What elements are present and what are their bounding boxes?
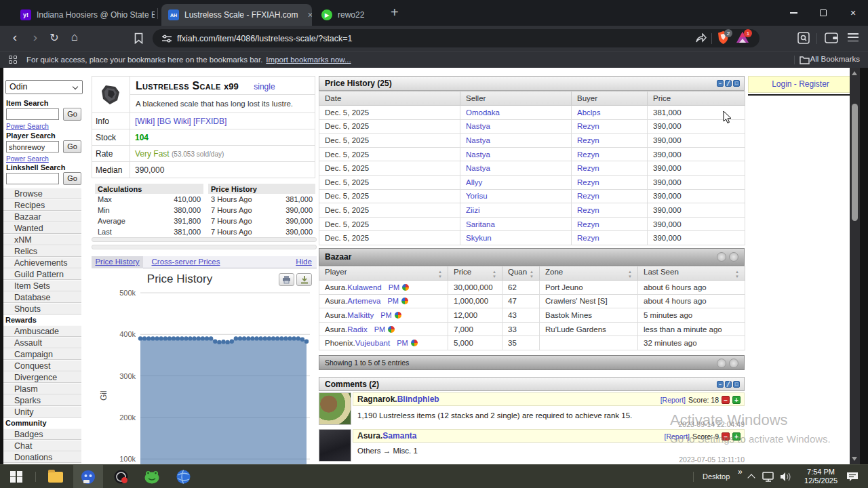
export-chart-button[interactable] — [296, 273, 312, 286]
ffxidb-link[interactable]: [FFXIDB] — [193, 117, 226, 126]
data-point[interactable] — [300, 338, 304, 342]
scroll-up-icon[interactable] — [852, 71, 857, 75]
seller-link[interactable]: Allyy — [466, 178, 482, 186]
network-icon[interactable] — [762, 472, 774, 482]
buyer-link[interactable]: Rezyn — [577, 122, 599, 130]
obs-icon[interactable] — [107, 465, 134, 488]
col-quan[interactable]: Quan▲▼ — [502, 266, 540, 281]
sidebar-item-achievements[interactable]: Achievements — [3, 257, 81, 268]
player-power-search-link[interactable]: Power Search — [6, 155, 49, 163]
wiki-link[interactable]: [Wiki] — [135, 117, 155, 126]
data-point[interactable] — [283, 336, 288, 340]
downvote-button[interactable]: – — [722, 396, 730, 404]
data-point[interactable] — [188, 336, 192, 340]
sidebar-item-plasm[interactable]: Plasm — [3, 383, 81, 394]
comment-author-link[interactable]: Blindphleb — [397, 394, 439, 404]
active-app-icon[interactable] — [73, 465, 103, 488]
address-bar[interactable]: ffxiah.com/item/4086/lustreless-scale/?s… — [153, 29, 760, 47]
data-point[interactable] — [172, 336, 176, 340]
player-link[interactable]: Kulawend — [347, 283, 382, 291]
home-icon[interactable]: ⌂ — [68, 30, 81, 43]
tab-price-history[interactable]: Price History — [92, 256, 143, 268]
back-icon[interactable]: ‹ — [8, 30, 22, 43]
data-point[interactable] — [146, 336, 151, 340]
buyer-link[interactable]: Rezyn — [577, 192, 599, 200]
sidebar-item-badges[interactable]: Badges — [3, 428, 81, 440]
sidebar-item-divergence[interactable]: Divergence — [3, 371, 81, 383]
data-point[interactable] — [221, 340, 225, 344]
seller-link[interactable]: Yorisu — [466, 192, 488, 200]
tab-cross-server-prices[interactable]: Cross-server Prices — [143, 256, 229, 268]
sidebar-item-assault[interactable]: Assault — [3, 337, 81, 348]
sidebar-item-recipes[interactable]: Recipes — [3, 199, 81, 211]
buyer-link[interactable]: Rezyn — [577, 164, 599, 172]
reload-icon[interactable]: ↻ — [47, 31, 61, 44]
col-zone[interactable]: Zone▲▼ — [540, 266, 638, 281]
login-register-link[interactable]: Login - Register — [772, 79, 829, 89]
player-link[interactable]: Vujeubant — [355, 339, 390, 347]
data-point[interactable] — [246, 336, 250, 340]
data-point[interactable] — [258, 336, 262, 340]
print-chart-button[interactable] — [279, 273, 294, 286]
panel-minimize-icon[interactable]: – — [717, 381, 724, 388]
data-point[interactable] — [201, 336, 205, 340]
scroll-down-icon[interactable] — [852, 457, 857, 461]
buyer-link[interactable]: Rezyn — [577, 234, 599, 242]
upvote-button[interactable]: + — [732, 432, 741, 441]
brave-shield-icon[interactable]: 2 — [717, 31, 729, 47]
sidebar-item-shouts[interactable]: Shouts — [3, 303, 81, 314]
col-seller[interactable]: Seller — [460, 92, 572, 106]
item-search-input[interactable] — [6, 108, 59, 120]
buyer-link[interactable]: Rezyn — [577, 220, 599, 228]
seacom-gear-icon[interactable] — [388, 326, 395, 333]
data-point[interactable] — [155, 336, 159, 340]
sidebar-item-donations[interactable]: Donations — [3, 451, 81, 463]
sidebar-item-bazaar[interactable]: Bazaar — [3, 211, 81, 222]
apps-grid-icon[interactable] — [9, 56, 17, 64]
sidebar-item-unity[interactable]: Unity — [3, 406, 81, 418]
data-point[interactable] — [217, 340, 221, 344]
new-tab-button[interactable]: + — [391, 5, 399, 19]
panel-minimize-icon[interactable]: – — [717, 80, 724, 87]
data-point[interactable] — [151, 336, 155, 340]
data-point[interactable] — [192, 336, 196, 340]
report-link[interactable]: [Report] — [660, 394, 686, 407]
sidebar-item-database[interactable]: Database — [3, 291, 81, 303]
globe-app-icon[interactable] — [170, 465, 197, 488]
data-point[interactable] — [304, 340, 309, 344]
comment-author-link[interactable]: Samanta — [382, 431, 416, 441]
wallet-icon[interactable] — [825, 32, 838, 43]
forward-icon[interactable]: › — [28, 30, 42, 43]
seller-link[interactable]: Ziizi — [466, 206, 479, 214]
col-player[interactable]: Player▲▼ — [319, 266, 448, 281]
seller-link[interactable]: Omodaka — [466, 108, 500, 117]
sidebar-item-relics[interactable]: Relics — [3, 245, 81, 257]
taskbar-clock[interactable]: 7:54 PM 12/5/2025 — [804, 468, 837, 485]
share-icon[interactable] — [696, 33, 707, 43]
buyer-link[interactable]: Rezyn — [577, 150, 599, 159]
data-point[interactable] — [167, 336, 172, 340]
data-point[interactable] — [159, 336, 163, 340]
data-point[interactable] — [271, 336, 275, 340]
buyer-link[interactable]: Rezyn — [577, 136, 599, 144]
linkshell-search-input[interactable] — [6, 173, 59, 184]
data-point[interactable] — [197, 336, 201, 340]
seacom-gear-icon[interactable] — [395, 312, 401, 319]
data-point[interactable] — [250, 336, 254, 340]
data-point[interactable] — [238, 336, 242, 340]
sidebar-item-ambuscade[interactable]: Ambuscade — [3, 325, 81, 337]
seller-link[interactable]: Nastya — [466, 122, 490, 130]
sidebar-search-icon[interactable] — [797, 32, 810, 44]
site-settings-icon[interactable] — [162, 35, 172, 43]
panel-edit-icon[interactable]: ╱ — [725, 381, 732, 388]
all-bookmarks-button[interactable]: All Bookmarks — [810, 55, 861, 63]
seller-link[interactable]: Saritana — [466, 220, 495, 228]
data-point[interactable] — [254, 336, 258, 340]
sidebar-item-item-sets[interactable]: Item Sets — [3, 280, 81, 291]
data-point[interactable] — [263, 336, 267, 340]
volume-icon[interactable] — [780, 472, 791, 482]
tab-yahoo-sports[interactable]: y! Indiana Hoosiers @ Ohio State Bucke — [14, 4, 155, 26]
data-point[interactable] — [225, 340, 229, 344]
toolbar-overflow-chevron[interactable]: » — [738, 467, 743, 476]
data-point[interactable] — [234, 336, 238, 340]
